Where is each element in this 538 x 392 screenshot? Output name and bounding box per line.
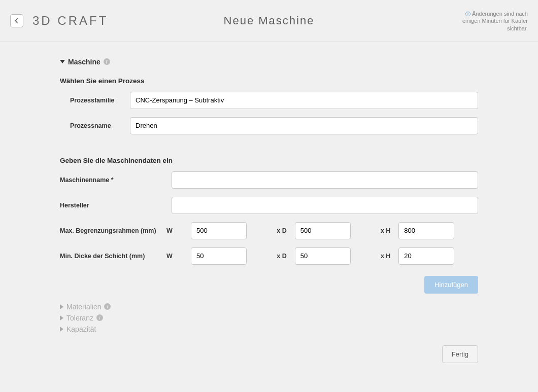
min-h-input[interactable] [398, 247, 454, 265]
info-icon[interactable]: i [104, 303, 111, 310]
process-name-input[interactable] [130, 117, 478, 134]
min-d-input[interactable] [295, 247, 351, 265]
dim-label-xd2: x D [271, 253, 295, 260]
brand-logo: 3D CRAFT [32, 14, 108, 28]
section-capacity-label: Kapazität [66, 325, 96, 333]
subheader-choose-process: Wählen Sie einen Prozess [60, 77, 478, 85]
section-machine-label: Maschine [68, 58, 100, 66]
info-icon[interactable]: i [104, 58, 110, 65]
info-icon[interactable]: i [96, 314, 103, 321]
dim-label-xd: x D [271, 227, 295, 234]
label-max-bounding: Max. Begrenzungsrahmen (mm) [60, 227, 166, 234]
machine-name-input[interactable] [172, 171, 478, 189]
info-icon: ⓘ [465, 11, 470, 17]
label-process-family: Prozessfamilie [60, 97, 125, 104]
section-materials-label: Materialien [66, 303, 101, 311]
section-tolerance-header[interactable]: Toleranz i [60, 314, 478, 322]
content-area: Maschine i Wählen Sie einen Prozess Proz… [0, 42, 538, 383]
max-w-input[interactable] [191, 222, 247, 239]
header-notice: ⓘÄnderungen sind nach einigen Minuten fü… [447, 10, 528, 32]
section-machine-header[interactable]: Maschine i [60, 58, 478, 66]
process-family-input[interactable] [130, 92, 478, 109]
back-button[interactable] [10, 14, 23, 27]
page-title: Neue Maschine [224, 14, 315, 27]
dim-label-xh2: x H [374, 253, 398, 260]
add-button[interactable]: Hinzufügen [424, 276, 478, 294]
label-machine-name: Maschinenname * [60, 176, 166, 184]
caret-right-icon [60, 327, 63, 332]
section-tolerance-label: Toleranz [66, 314, 93, 322]
label-manufacturer: Hersteller [60, 202, 166, 209]
dim-label-xh: x H [374, 227, 398, 234]
min-w-input[interactable] [191, 247, 247, 265]
caret-down-icon [60, 60, 65, 63]
caret-right-icon [60, 304, 63, 309]
caret-right-icon [60, 315, 63, 320]
max-d-input[interactable] [295, 222, 351, 239]
max-h-input[interactable] [398, 222, 454, 239]
subheader-enter-data: Geben Sie die Maschinendaten ein [60, 157, 478, 164]
dim-label-w2: W [166, 253, 191, 260]
page-header: 3D CRAFT Neue Maschine ⓘÄnderungen sind … [0, 0, 538, 42]
dim-label-w: W [166, 227, 191, 234]
notice-text: Änderungen sind nach einigen Minuten für… [462, 11, 528, 31]
manufacturer-input[interactable] [172, 197, 478, 214]
chevron-left-icon [15, 18, 19, 24]
label-min-layer: Min. Dicke der Schicht (mm) [60, 253, 166, 260]
label-process-name: Prozessname [60, 122, 125, 129]
section-materials-header[interactable]: Materialien i [60, 303, 478, 311]
section-capacity-header[interactable]: Kapazität [60, 325, 478, 333]
finish-button[interactable]: Fertig [442, 345, 478, 363]
